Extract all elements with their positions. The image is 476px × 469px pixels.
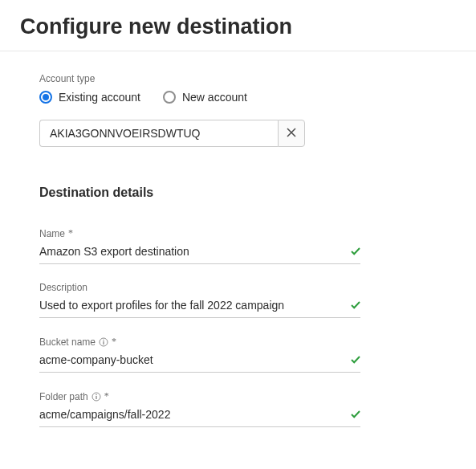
description-label-text: Description [39, 282, 87, 293]
radio-icon [39, 91, 52, 104]
account-type-label: Account type [39, 73, 437, 84]
name-input[interactable] [39, 245, 351, 258]
close-icon [287, 126, 296, 141]
radio-icon [163, 91, 176, 104]
name-label-text: Name [39, 228, 65, 239]
form-area: Account type Existing account New accoun… [0, 51, 476, 427]
checkmark-icon [351, 247, 360, 256]
existing-account-radio[interactable]: Existing account [39, 91, 140, 104]
bucket-name-label: Bucket name * [39, 336, 360, 348]
description-field: Description [39, 282, 360, 318]
bucket-name-field: Bucket name * [39, 336, 360, 373]
destination-details-heading: Destination details [39, 186, 437, 200]
folder-path-field: Folder path * [39, 390, 360, 427]
description-label: Description [39, 282, 360, 293]
svg-rect-2 [103, 341, 104, 345]
account-input-row [39, 120, 305, 147]
info-icon[interactable] [99, 337, 108, 347]
required-asterisk: * [104, 390, 109, 402]
folder-path-label: Folder path * [39, 390, 360, 402]
svg-rect-5 [96, 396, 96, 399]
description-input[interactable] [39, 299, 351, 312]
required-asterisk: * [112, 336, 116, 348]
clear-account-button[interactable] [278, 120, 305, 147]
new-account-label: New account [182, 91, 247, 104]
folder-path-input[interactable] [39, 408, 351, 421]
svg-point-4 [96, 394, 97, 395]
info-icon[interactable] [92, 392, 101, 402]
name-field: Name * [39, 227, 360, 264]
required-asterisk: * [68, 227, 73, 239]
page-title: Configure new destination [0, 0, 476, 51]
account-type-radio-group: Existing account New account [39, 91, 437, 104]
existing-account-label: Existing account [59, 91, 140, 104]
checkmark-icon [351, 410, 360, 419]
bucket-name-label-text: Bucket name [39, 336, 96, 348]
bucket-name-input[interactable] [39, 353, 351, 366]
name-label: Name * [39, 227, 360, 239]
checkmark-icon [351, 355, 360, 365]
account-id-input[interactable] [39, 120, 278, 147]
svg-point-1 [103, 339, 104, 341]
checkmark-icon [351, 300, 360, 310]
folder-path-label-text: Folder path [39, 391, 88, 402]
new-account-radio[interactable]: New account [163, 91, 247, 104]
